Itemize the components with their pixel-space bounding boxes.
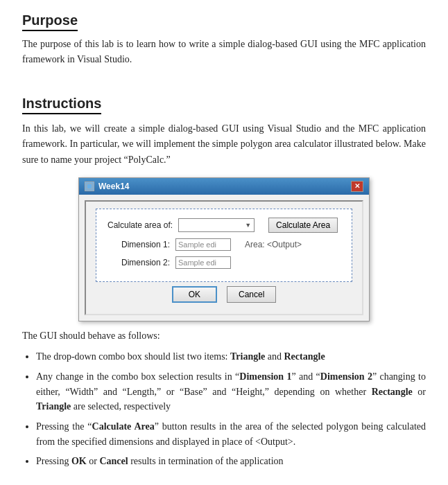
purpose-section: Purpose The purpose of this lab is to le… — [22, 12, 426, 68]
dialog-row-dim2: Dimension 2: — [107, 256, 341, 269]
purpose-text: The purpose of this lab is to learn how … — [22, 37, 426, 68]
purpose-title: Purpose — [22, 12, 78, 31]
bullet-text: The drop-down combo box should list two … — [36, 351, 325, 362]
bullet-text: Pressing OK or Cancel results in termina… — [36, 456, 284, 466]
instructions-section: Instructions In this lab, we will create… — [22, 83, 426, 469]
dialog-window: Week14 ✕ Calculate area of: ▼ Calculate … — [78, 177, 370, 321]
list-item: Any change in the combo box selection re… — [36, 369, 426, 414]
combo-arrow-icon: ▼ — [245, 222, 251, 229]
behavior-list: The drop-down combo box should list two … — [36, 349, 426, 469]
dialog-row-calc-area: Calculate area of: ▼ Calculate Area — [107, 218, 341, 233]
dialog-titlebar: Week14 ✕ — [79, 178, 369, 195]
dialog-body: Calculate area of: ▼ Calculate Area Dime… — [85, 200, 363, 315]
svg-rect-0 — [87, 184, 92, 189]
dimension1-input[interactable] — [175, 238, 231, 251]
dialog-title-text: Week14 — [98, 182, 129, 191]
dialog-illustration: Week14 ✕ Calculate area of: ▼ Calculate … — [22, 177, 426, 321]
instructions-intro: In this lab, we will create a simple dia… — [22, 121, 426, 168]
list-item: The drop-down combo box should list two … — [36, 349, 426, 364]
dialog-inner: Calculate area of: ▼ Calculate Area Dime… — [96, 209, 352, 282]
dimension2-label: Dimension 2: — [107, 258, 170, 267]
dialog-titlebar-left: Week14 — [85, 182, 129, 191]
calculate-area-of-label: Calculate area of: — [107, 220, 173, 230]
dialog-window-icon — [85, 182, 94, 191]
dialog-close-button[interactable]: ✕ — [351, 181, 363, 192]
area-output-label: Area: <Output> — [245, 240, 302, 249]
instructions-title: Instructions — [22, 96, 101, 114]
bullet-text: Pressing the “Calculate Area” button res… — [36, 421, 426, 447]
list-item: Pressing OK or Cancel results in termina… — [36, 454, 426, 469]
list-item: Pressing the “Calculate Area” button res… — [36, 419, 426, 449]
dimension1-label: Dimension 1: — [107, 240, 170, 249]
bullet-text: Any change in the combo box selection re… — [36, 371, 426, 412]
dialog-row-dim1: Dimension 1: Area: <Output> — [107, 238, 341, 251]
calculate-area-button[interactable]: Calculate Area — [268, 218, 338, 233]
ok-button[interactable]: OK — [172, 286, 217, 303]
cancel-button[interactable]: Cancel — [227, 286, 276, 303]
gui-intro-text: The GUI should behave as follows: — [22, 328, 426, 344]
dialog-footer: OK Cancel — [96, 282, 352, 307]
dimension2-input[interactable] — [175, 256, 231, 269]
polygon-type-combo[interactable]: ▼ — [178, 218, 255, 232]
